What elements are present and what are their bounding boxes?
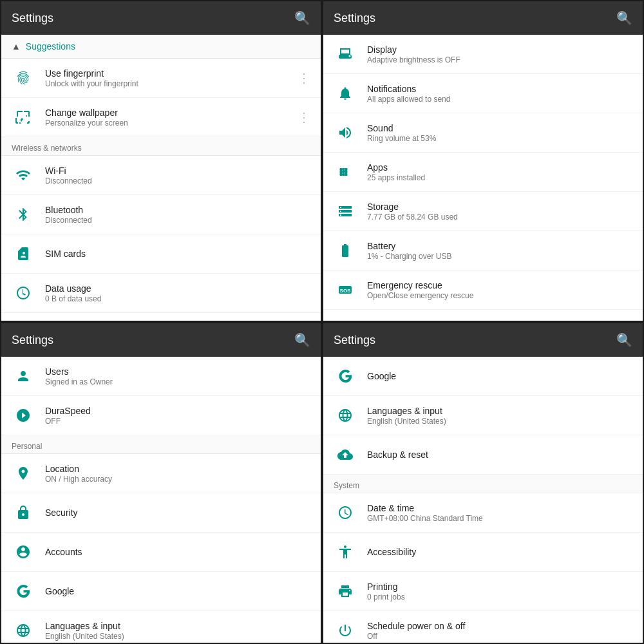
settings-item-duraspeed[interactable]: DuraSpeed OFF bbox=[1, 396, 321, 435]
datetime-title: Date & time bbox=[367, 503, 632, 513]
settings-item-emergency-rescue[interactable]: SOS Emergency rescue Open/Close emergenc… bbox=[323, 270, 643, 310]
location-icon-wrap bbox=[12, 462, 35, 485]
notifications-icon-wrap bbox=[334, 82, 357, 105]
settings-item-bluetooth[interactable]: Bluetooth Disconnected bbox=[1, 195, 321, 234]
panel-header-bottom-left: Settings 🔍 bbox=[1, 323, 321, 357]
settings-item-schedule-power[interactable]: Schedule power on & off Off bbox=[323, 611, 643, 643]
settings-item-location[interactable]: Location ON / High accuracy bbox=[1, 454, 321, 493]
panel-header-top-left: Settings 🔍 bbox=[1, 1, 321, 35]
datetime-icon-wrap bbox=[334, 501, 357, 524]
memory-title: Memory bbox=[367, 319, 632, 321]
battery-icon-wrap bbox=[334, 239, 357, 262]
settings-item-printing[interactable]: Printing 0 print jobs bbox=[323, 572, 643, 611]
location-subtitle: ON / High accuracy bbox=[45, 475, 310, 484]
panel-title-bl: Settings bbox=[12, 334, 53, 347]
settings-item-display[interactable]: Display Adaptive brightness is OFF bbox=[323, 35, 643, 74]
google-title-bl: Google bbox=[45, 586, 310, 596]
settings-item-google-br[interactable]: Google bbox=[323, 357, 643, 396]
search-icon-tr[interactable]: 🔍 bbox=[616, 10, 632, 26]
accounts-title: Accounts bbox=[45, 547, 310, 557]
settings-item-accessibility[interactable]: Accessibility bbox=[323, 533, 643, 572]
schedule-power-title: Schedule power on & off bbox=[367, 621, 632, 631]
settings-item-google-bl[interactable]: Google bbox=[1, 572, 321, 611]
schedule-power-text: Schedule power on & off Off bbox=[367, 621, 632, 641]
panel-content-top-left: ▲ Suggestions Use fingerprint Unlock wit… bbox=[1, 35, 321, 321]
settings-item-storage[interactable]: Storage 7.77 GB of 58.24 GB used bbox=[323, 192, 643, 231]
storage-icon-wrap bbox=[334, 200, 357, 223]
settings-item-datetime[interactable]: Date & time GMT+08:00 China Standard Tim… bbox=[323, 493, 643, 533]
settings-item-wifi[interactable]: Wi-Fi Disconnected bbox=[1, 156, 321, 195]
data-usage-subtitle: 0 B of data used bbox=[45, 294, 310, 303]
change-wallpaper-text: Change wallpaper Personalize your screen bbox=[45, 108, 298, 128]
more-options-icon[interactable]: ⋮ bbox=[298, 70, 310, 86]
storage-title: Storage bbox=[367, 202, 632, 212]
google-icon-wrap-br bbox=[334, 365, 357, 388]
search-icon[interactable]: 🔍 bbox=[294, 10, 310, 26]
suggestions-bar[interactable]: ▲ Suggestions bbox=[1, 35, 321, 59]
settings-item-use-fingerprint[interactable]: Use fingerprint Unlock with your fingerp… bbox=[1, 59, 321, 98]
settings-item-more[interactable]: More bbox=[1, 313, 321, 321]
security-title: Security bbox=[45, 507, 310, 518]
printing-icon bbox=[337, 583, 353, 599]
change-wallpaper-subtitle: Personalize your screen bbox=[45, 118, 298, 128]
languages-title-bl: Languages & input bbox=[45, 621, 310, 631]
settings-item-backup-br[interactable]: Backup & reset bbox=[323, 435, 643, 475]
bluetooth-icon bbox=[15, 207, 31, 222]
wifi-text: Wi-Fi Disconnected bbox=[45, 166, 310, 185]
sound-subtitle: Ring volume at 53% bbox=[367, 134, 632, 143]
settings-item-sim-cards[interactable]: SIM cards bbox=[1, 234, 321, 274]
panel-content-bottom-left: Users Signed in as Owner DuraSpeed OFF P… bbox=[1, 357, 321, 643]
panel-header-top-right: Settings 🔍 bbox=[323, 1, 643, 35]
settings-item-sound[interactable]: Sound Ring volume at 53% bbox=[323, 113, 643, 153]
backup-icon-br bbox=[337, 447, 353, 462]
settings-item-memory[interactable]: Memory Avg 1.2 GB of 3.7 GB memory used bbox=[323, 310, 643, 321]
security-text: Security bbox=[45, 507, 310, 518]
battery-icon bbox=[337, 243, 353, 258]
emergency-rescue-subtitle: Open/Close emergency rescue bbox=[367, 291, 632, 300]
settings-item-battery[interactable]: Battery 1% - Charging over USB bbox=[323, 231, 643, 270]
users-icon bbox=[15, 368, 31, 384]
users-icon-wrap bbox=[12, 365, 35, 388]
settings-item-languages-bl[interactable]: Languages & input English (United States… bbox=[1, 611, 321, 643]
wifi-subtitle: Disconnected bbox=[45, 176, 310, 185]
settings-item-notifications[interactable]: Notifications All apps allowed to send bbox=[323, 74, 643, 113]
search-icon-br[interactable]: 🔍 bbox=[616, 332, 632, 348]
settings-item-apps[interactable]: Apps 25 apps installed bbox=[323, 153, 643, 192]
notifications-subtitle: All apps allowed to send bbox=[367, 95, 632, 104]
settings-item-languages-br[interactable]: Languages & input English (United States… bbox=[323, 396, 643, 435]
wifi-icon-wrap bbox=[12, 164, 35, 187]
location-title: Location bbox=[45, 464, 310, 474]
security-icon bbox=[15, 505, 31, 520]
location-text: Location ON / High accuracy bbox=[45, 464, 310, 484]
apps-text: Apps 25 apps installed bbox=[367, 162, 632, 182]
apps-subtitle: 25 apps installed bbox=[367, 173, 632, 182]
search-icon-bl[interactable]: 🔍 bbox=[294, 332, 310, 348]
more-options-icon-2[interactable]: ⋮ bbox=[298, 109, 310, 125]
settings-item-accounts[interactable]: Accounts bbox=[1, 533, 321, 572]
printing-subtitle: 0 print jobs bbox=[367, 592, 632, 601]
change-wallpaper-title: Change wallpaper bbox=[45, 108, 298, 118]
data-usage-text: Data usage 0 B of data used bbox=[45, 283, 310, 303]
display-icon bbox=[337, 46, 353, 62]
datetime-text: Date & time GMT+08:00 China Standard Tim… bbox=[367, 503, 632, 523]
language-icon-wrap-br bbox=[334, 404, 357, 427]
data-icon bbox=[15, 285, 31, 301]
apps-title: Apps bbox=[367, 162, 632, 173]
memory-text: Memory Avg 1.2 GB of 3.7 GB memory used bbox=[367, 319, 632, 321]
users-title: Users bbox=[45, 366, 310, 377]
google-icon-br bbox=[337, 368, 353, 384]
accessibility-icon bbox=[337, 544, 353, 560]
apps-icon-wrap bbox=[334, 160, 357, 184]
settings-item-users[interactable]: Users Signed in as Owner bbox=[1, 357, 321, 396]
language-icon-bl bbox=[15, 623, 31, 638]
use-fingerprint-subtitle: Unlock with your fingerprint bbox=[45, 79, 298, 88]
settings-item-data-usage[interactable]: Data usage 0 B of data used bbox=[1, 274, 321, 313]
settings-item-change-wallpaper[interactable]: Change wallpaper Personalize your screen… bbox=[1, 98, 321, 137]
google-icon-bl bbox=[15, 583, 31, 599]
notifications-text: Notifications All apps allowed to send bbox=[367, 84, 632, 104]
accounts-text: Accounts bbox=[45, 547, 310, 557]
settings-item-security[interactable]: Security bbox=[1, 493, 321, 533]
display-text: Display Adaptive brightness is OFF bbox=[367, 44, 632, 64]
datetime-subtitle: GMT+08:00 China Standard Time bbox=[367, 514, 632, 523]
accessibility-title: Accessibility bbox=[367, 547, 632, 557]
